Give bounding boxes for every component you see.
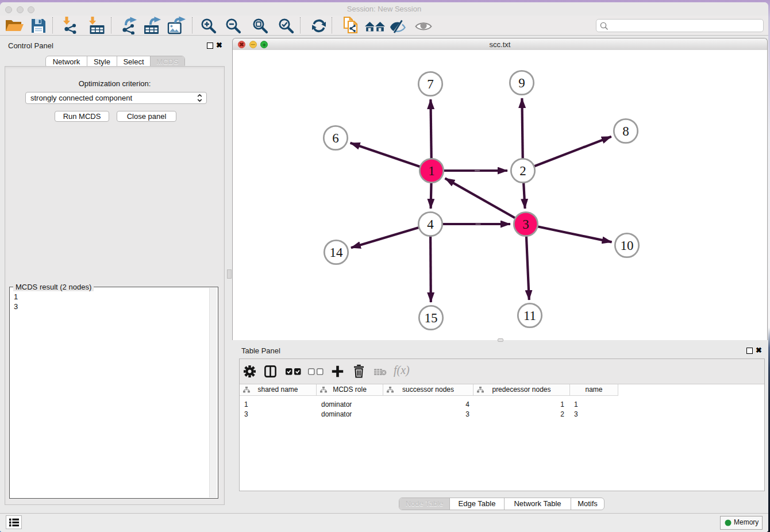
svg-text:11: 11 [523, 309, 536, 323]
svg-text:7: 7 [427, 77, 434, 91]
svg-text:4: 4 [427, 217, 434, 232]
svg-text:1: 1 [428, 164, 435, 178]
svg-text:9: 9 [518, 76, 525, 90]
svg-text:8: 8 [622, 124, 629, 138]
svg-text:10: 10 [621, 238, 634, 253]
svg-text:2: 2 [519, 164, 526, 178]
svg-text:15: 15 [425, 311, 438, 325]
svg-text:3: 3 [522, 217, 529, 232]
svg-text:14: 14 [330, 245, 344, 260]
svg-text:6: 6 [332, 131, 339, 145]
